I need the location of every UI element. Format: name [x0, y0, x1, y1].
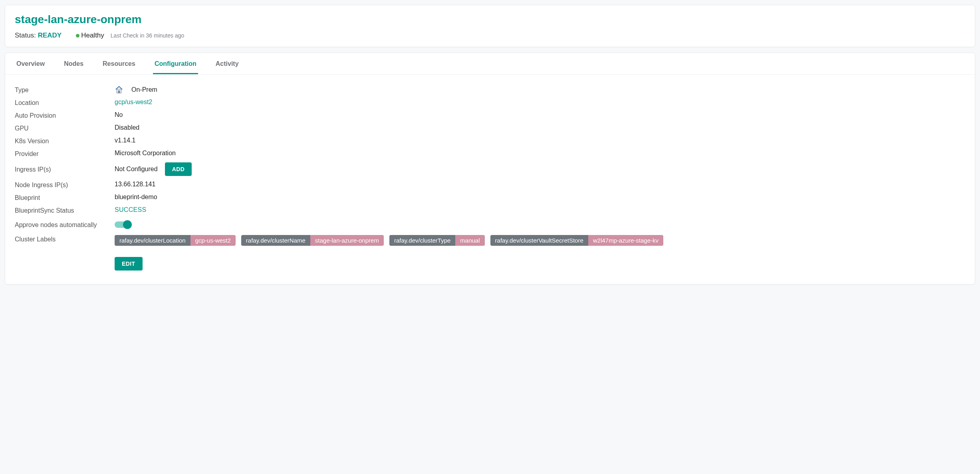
- k8s-value: v1.14.1: [115, 137, 965, 144]
- config-content: Type On-Prem Location gcp/us-west2 Auto …: [5, 75, 975, 284]
- last-check-text: Last Check in 36 minutes ago: [111, 32, 184, 39]
- tab-activity[interactable]: Activity: [214, 53, 240, 74]
- label-chip: rafay.dev/clusterVaultSecretStore w2l47m…: [490, 235, 663, 246]
- label-key: rafay.dev/clusterVaultSecretStore: [490, 235, 588, 246]
- blueprint-label: Blueprint: [15, 194, 115, 201]
- tab-resources[interactable]: Resources: [101, 53, 137, 74]
- tab-configuration[interactable]: Configuration: [153, 53, 198, 74]
- autoprovision-label: Auto Provision: [15, 111, 115, 119]
- ingress-label: Ingress IP(s): [15, 165, 115, 173]
- approve-nodes-label: Approve nodes automatically: [15, 221, 115, 229]
- cluster-title: stage-lan-azure-onprem: [15, 13, 965, 26]
- provider-label: Provider: [15, 150, 115, 158]
- ingress-value: Not Configured: [115, 166, 158, 173]
- svg-rect-1: [118, 91, 120, 93]
- location-label: Location: [15, 99, 115, 107]
- health-text: Healthy: [81, 32, 104, 40]
- status-label: Status:: [15, 32, 36, 39]
- add-ingress-button[interactable]: ADD: [165, 162, 192, 176]
- health-dot-icon: [76, 34, 79, 38]
- node-ingress-value: 13.66.128.141: [115, 181, 965, 188]
- label-key: rafay.dev/clusterName: [241, 235, 310, 246]
- gpu-label: GPU: [15, 124, 115, 132]
- label-value: w2l47mp-azure-stage-kv: [588, 235, 663, 246]
- k8s-label: K8s Version: [15, 137, 115, 145]
- label-value: manual: [455, 235, 484, 246]
- cluster-labels-label: Cluster Labels: [15, 235, 115, 243]
- cluster-labels-container: rafay.dev/clusterLocation gcp-us-west2 r…: [115, 235, 665, 248]
- blueprint-value: blueprint-demo: [115, 194, 965, 201]
- location-link[interactable]: gcp/us-west2: [115, 99, 152, 106]
- tab-overview[interactable]: Overview: [15, 53, 46, 74]
- node-ingress-label: Node Ingress IP(s): [15, 181, 115, 189]
- type-label: Type: [15, 86, 115, 94]
- label-chip: rafay.dev/clusterType manual: [389, 235, 485, 246]
- label-chip: rafay.dev/clusterName stage-lan-azure-on…: [241, 235, 384, 246]
- gpu-value: Disabled: [115, 124, 965, 131]
- approve-nodes-toggle[interactable]: [115, 221, 131, 228]
- label-key: rafay.dev/clusterLocation: [115, 235, 190, 246]
- type-value: On-Prem: [131, 86, 157, 93]
- tabs-bar: Overview Nodes Resources Configuration A…: [5, 53, 975, 75]
- cluster-header-card: stage-lan-azure-onprem Status: READY Hea…: [5, 5, 975, 47]
- tab-nodes[interactable]: Nodes: [62, 53, 85, 74]
- blueprintsync-label: BlueprintSync Status: [15, 206, 115, 214]
- label-value: gcp-us-west2: [190, 235, 236, 246]
- edit-labels-button[interactable]: EDIT: [115, 257, 143, 271]
- on-prem-icon: [115, 86, 123, 94]
- provider-value: Microsoft Corporation: [115, 150, 965, 157]
- label-key: rafay.dev/clusterType: [389, 235, 455, 246]
- config-card: Overview Nodes Resources Configuration A…: [5, 53, 975, 284]
- status-row: Status: READY Healthy Last Check in 36 m…: [15, 32, 965, 40]
- status-value: READY: [38, 32, 62, 39]
- autoprovision-value: No: [115, 111, 965, 118]
- label-chip: rafay.dev/clusterLocation gcp-us-west2: [115, 235, 236, 246]
- label-value: stage-lan-azure-onprem: [310, 235, 384, 246]
- blueprintsync-value: SUCCESS: [115, 206, 146, 213]
